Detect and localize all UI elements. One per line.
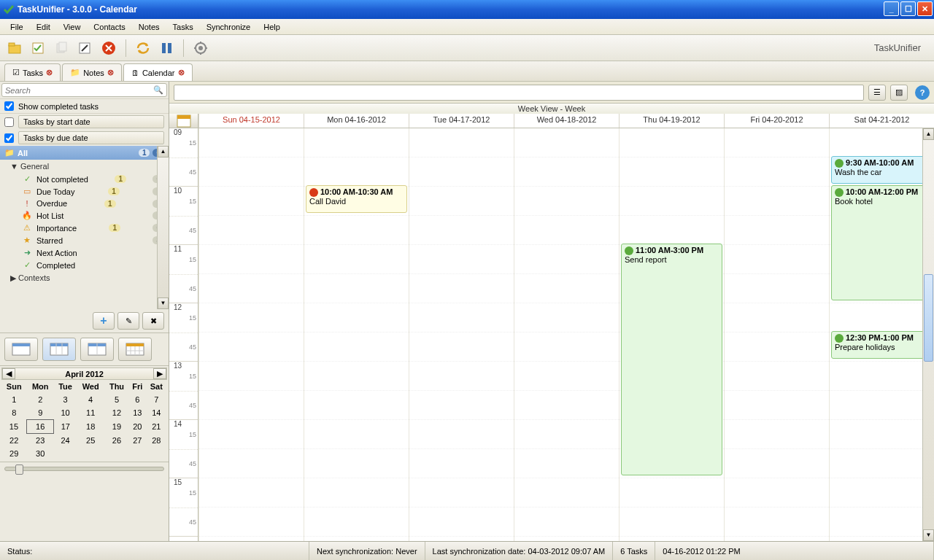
- calendar-day[interactable]: 19: [104, 420, 128, 434]
- settings-icon[interactable]: [191, 39, 210, 58]
- filter-all-header[interactable]: 📁 All 1 6: [0, 146, 169, 160]
- calendar-corner-icon[interactable]: [169, 114, 198, 128]
- menu-notes[interactable]: Notes: [133, 21, 166, 33]
- day-column[interactable]: [409, 128, 514, 541]
- calendar-day[interactable]: 27: [129, 434, 146, 448]
- mini-calendar-grid[interactable]: SunMonTueWedThuFriSat 123456789101112131…: [1, 380, 167, 460]
- calendar-day[interactable]: [146, 447, 166, 460]
- day-column[interactable]: 9:30 AM-10:00 AMWash the car10:00 AM-12:…: [829, 128, 934, 541]
- calendar-day[interactable]: 14: [146, 406, 166, 420]
- filter-item[interactable]: ★Starred3: [0, 234, 169, 246]
- tab-close-icon[interactable]: ⊗: [107, 68, 114, 77]
- scroll-up-icon[interactable]: ▲: [158, 146, 169, 158]
- view-workweek-button[interactable]: [80, 338, 114, 361]
- edit-filter-button[interactable]: ✎: [117, 312, 139, 330]
- tab-calendar[interactable]: 🗓 Calendar ⊗: [123, 63, 193, 81]
- calendar-day[interactable]: 23: [26, 434, 54, 448]
- day-header[interactable]: Thu 04-19-2012: [619, 114, 724, 128]
- calendar-grid[interactable]: 0915451015451115451215451315451415451515…: [169, 128, 934, 541]
- minimize-button[interactable]: _: [884, 1, 899, 16]
- menu-help[interactable]: Help: [258, 21, 286, 33]
- day-header[interactable]: Wed 04-18-2012: [514, 114, 619, 128]
- scrollbar-thumb[interactable]: [924, 274, 933, 362]
- by-start-checkbox[interactable]: [4, 117, 14, 127]
- filter-item[interactable]: !Overdue11: [0, 198, 169, 209]
- day-column[interactable]: 11:00 AM-3:00 PMSend report: [619, 128, 724, 541]
- calendar-day[interactable]: 9: [26, 406, 54, 420]
- calendar-day[interactable]: 8: [1, 406, 26, 420]
- day-header[interactable]: Mon 04-16-2012: [304, 114, 409, 128]
- filter-item[interactable]: ⚠Importance16: [0, 222, 169, 234]
- view-day-button[interactable]: [4, 338, 38, 361]
- filter-item[interactable]: ➜Next Action: [0, 246, 169, 259]
- new-task-icon[interactable]: [29, 39, 48, 58]
- calendar-event[interactable]: 11:00 AM-3:00 PMSend report: [621, 244, 722, 475]
- menu-tasks[interactable]: Tasks: [167, 21, 199, 33]
- toolbar-action-1[interactable]: ☰: [868, 85, 886, 101]
- calendar-event[interactable]: 12:30 PM-1:00 PMPrepare holidays: [831, 331, 933, 359]
- search-input[interactable]: [5, 86, 153, 95]
- calendar-scrollbar[interactable]: ▲ ▼: [922, 128, 934, 541]
- zoom-slider[interactable]: [0, 462, 169, 481]
- prev-month-button[interactable]: ◀: [2, 368, 15, 379]
- calendar-day[interactable]: 26: [104, 434, 128, 448]
- delete-filter-button[interactable]: ✖: [142, 312, 164, 330]
- calendar-day[interactable]: 25: [77, 434, 104, 448]
- copy-icon[interactable]: [53, 39, 72, 58]
- calendar-day[interactable]: 2: [26, 393, 54, 406]
- calendar-day[interactable]: [54, 447, 77, 460]
- by-due-row[interactable]: Tasks by due date: [0, 130, 169, 146]
- close-button[interactable]: ✕: [917, 1, 933, 16]
- tab-close-icon[interactable]: ⊗: [46, 68, 53, 77]
- edit-icon[interactable]: [76, 39, 95, 58]
- calendar-day[interactable]: 29: [1, 447, 26, 460]
- day-columns[interactable]: 10:00 AM-10:30 AMCall David11:00 AM-3:00…: [198, 128, 934, 541]
- sidebar-scrollbar[interactable]: ▲ ▼: [157, 146, 169, 309]
- tab-tasks[interactable]: ☑ Tasks ⊗: [4, 63, 61, 81]
- calendar-day[interactable]: 13: [129, 406, 146, 420]
- calendar-day[interactable]: 6: [129, 393, 146, 406]
- menu-edit[interactable]: Edit: [31, 21, 56, 33]
- calendar-day[interactable]: 18: [77, 420, 104, 434]
- day-header[interactable]: Tue 04-17-2012: [409, 114, 514, 128]
- sync-icon[interactable]: [134, 39, 153, 58]
- search-icon[interactable]: 🔍: [153, 85, 163, 95]
- calendar-day[interactable]: [104, 447, 128, 460]
- calendar-day[interactable]: 4: [77, 393, 104, 406]
- group-general[interactable]: ▼ General: [0, 160, 169, 173]
- add-filter-button[interactable]: +: [93, 312, 115, 330]
- tab-close-icon[interactable]: ⊗: [178, 68, 185, 77]
- filter-item[interactable]: ✓Not completed16: [0, 173, 169, 185]
- menu-synchronize[interactable]: Synchronize: [201, 21, 257, 33]
- calendar-day[interactable]: 5: [104, 393, 128, 406]
- day-header[interactable]: Fri 04-20-2012: [724, 114, 829, 128]
- maximize-button[interactable]: ☐: [900, 1, 916, 16]
- calendar-day[interactable]: 21: [146, 420, 166, 434]
- scroll-down-icon[interactable]: ▼: [158, 298, 169, 309]
- day-column[interactable]: [198, 128, 304, 541]
- scroll-down-icon[interactable]: ▼: [923, 529, 934, 541]
- calendar-day[interactable]: 11: [77, 406, 104, 420]
- calendar-event[interactable]: 9:30 AM-10:00 AMWash the car: [831, 156, 933, 184]
- calendar-day[interactable]: 20: [129, 420, 146, 434]
- calendar-day[interactable]: 12: [104, 406, 128, 420]
- calendar-day[interactable]: 10: [54, 406, 77, 420]
- calendar-day[interactable]: 1: [1, 393, 26, 406]
- filter-item[interactable]: 🔥Hot List1: [0, 209, 169, 222]
- toolbar-action-2[interactable]: ▨: [890, 85, 908, 101]
- day-header[interactable]: Sun 04-15-2012: [198, 114, 304, 128]
- scroll-up-icon[interactable]: ▲: [923, 128, 934, 140]
- show-completed-row[interactable]: Show completed tasks: [0, 98, 169, 114]
- view-month-button[interactable]: [118, 338, 152, 361]
- filter-item[interactable]: ✓Completed: [0, 259, 169, 271]
- new-folder-icon[interactable]: [6, 39, 25, 58]
- calendar-event[interactable]: 10:00 AM-12:00 PMBook hotel: [831, 185, 933, 300]
- by-start-row[interactable]: Tasks by start date: [0, 114, 169, 130]
- calendar-day[interactable]: 28: [146, 434, 166, 448]
- quick-add-input[interactable]: [174, 85, 864, 101]
- calendar-day[interactable]: 7: [146, 393, 166, 406]
- help-icon[interactable]: ?: [915, 85, 930, 100]
- group-contexts[interactable]: ▶ Contexts: [0, 271, 169, 285]
- menu-file[interactable]: File: [4, 21, 29, 33]
- slider-thumb[interactable]: [15, 464, 23, 475]
